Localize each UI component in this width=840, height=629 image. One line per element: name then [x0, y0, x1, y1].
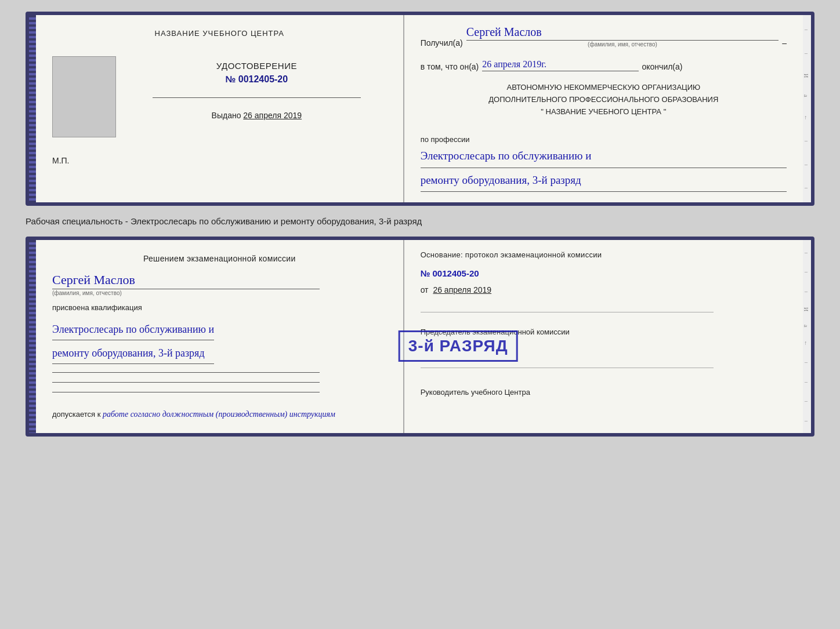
name-sub-label: (фамилия, имя, отчество): [466, 41, 779, 48]
dash-symbol: –: [782, 38, 787, 48]
document-number-top: № 0012405-20: [225, 74, 288, 85]
vtom-row: в том, что он(а) 26 апреля 2019г. окончи…: [421, 59, 787, 71]
recipient-name-cursive: Сергей Маслов: [466, 26, 779, 41]
predsedatel-block: Председатель экзаменационной комиссии: [421, 326, 787, 338]
org-line1: АВТОНОМНУЮ НЕКОММЕРЧЕСКУЮ ОРГАНИЗАЦИЮ: [421, 82, 787, 94]
org-block: АВТОНОМНУЮ НЕКОММЕРЧЕСКУЮ ОРГАНИЗАЦИЮ ДО…: [421, 82, 787, 118]
osnov-title: Основание: протокол экзаменационной коми…: [421, 250, 787, 259]
mp-label: М.П.: [52, 156, 70, 165]
dopuskaetsya-cursive: работе согласно должностным (производств…: [103, 410, 335, 419]
prisvoena-label: присвоена квалификация: [52, 303, 142, 312]
bottom-right-edge: – – – И а ← – – – –: [803, 240, 811, 433]
bottom-document-card: Решением экзаменационной комиссии Сергей…: [26, 237, 814, 437]
rukovoditel-block: Руководитель учебного Центра: [421, 387, 787, 398]
profession-line1-cursive: Электрослесарь по обслуживанию и: [421, 146, 787, 168]
spacer: [421, 342, 787, 359]
right-edge-dashes: – – И а ← – – –: [803, 15, 811, 202]
sig-line-predsedatel: [421, 312, 714, 312]
top-right-panel: Получил(а) Сергей Маслов (фамилия, имя, …: [404, 15, 803, 202]
profession-block: по профессии Электрослесарь по обслужива…: [421, 129, 787, 191]
doc-spine-bottom-left: [29, 240, 36, 433]
bottom-right-panel: Основание: протокол экзаменационной коми…: [404, 240, 803, 433]
po-professii-label: по профессии: [421, 135, 787, 144]
rukovoditel-label: Руководитель учебного Центра: [421, 388, 530, 397]
ot-text-row: от 26 апреля 2019: [421, 285, 787, 294]
poluchil-row: Получил(а) Сергей Маслов (фамилия, имя, …: [421, 26, 787, 48]
ot-date: 26 апреля 2019: [433, 285, 491, 294]
predsedatel-label: Председатель экзаменационной комиссии: [421, 328, 570, 336]
org-line3: " НАЗВАНИЕ УЧЕБНОГО ЦЕНТРА ": [421, 106, 787, 118]
date-cursive: 26 апреля 2019г.: [482, 59, 638, 71]
photo-placeholder: [52, 56, 116, 137]
bottom-profession-block: Электрослесарь по обслуживанию и ремонту…: [52, 317, 214, 364]
top-left-panel: НАЗВАНИЕ УЧЕБНОГО ЦЕНТРА УДОСТОВЕРЕНИЕ №…: [36, 15, 404, 202]
vydano-row: Выдано 26 апреля 2019: [212, 111, 302, 120]
bottom-prof-line1: Электрослесарь по обслуживанию и: [52, 319, 214, 340]
doc-spine-left: [29, 15, 36, 202]
komissia-title: Решением экзаменационной комиссии: [52, 254, 387, 263]
vydano-label: Выдано: [212, 111, 241, 120]
ot-label: от: [421, 285, 429, 294]
vydano-date: 26 апреля 2019: [243, 111, 302, 120]
bottom-name-sub: (фамилия, имя, отчество): [52, 290, 320, 296]
name-block-bottom: Сергей Маслов (фамилия, имя, отчество): [52, 272, 320, 296]
dopuskaetsya-label: допускается к: [52, 410, 100, 419]
sig-line-rukovoditel: [421, 368, 714, 368]
dopuskaetsya-block: допускается к работе согласно должностны…: [52, 410, 335, 419]
poluchil-label: Получил(а): [421, 38, 463, 48]
bottom-name-cursive: Сергей Маслов: [52, 272, 320, 289]
bottom-prof-line2: ремонту оборудования, 3-й разряд: [52, 343, 214, 364]
vtom-label: в том, что он(а): [421, 62, 479, 71]
section-specialty-label: Рабочая специальность - Электрослесарь п…: [26, 216, 814, 226]
signature-line: [153, 97, 361, 98]
okonchil-label: окончил(а): [642, 62, 683, 71]
top-document-card: НАЗВАНИЕ УЧЕБНОГО ЦЕНТРА УДОСТОВЕРЕНИЕ №…: [26, 12, 814, 206]
training-center-title: НАЗВАНИЕ УЧЕБНОГО ЦЕНТРА: [155, 29, 284, 38]
bottom-number-blue: № 0012405-20: [421, 268, 787, 278]
bottom-left-panel: Решением экзаменационной комиссии Сергей…: [36, 240, 404, 433]
profession-line2-cursive: ремонту оборудования, 3-й разряд: [421, 170, 787, 192]
udostoverenie-label: УДОСТОВЕРЕНИЕ: [216, 61, 297, 71]
org-line2: ДОПОЛНИТЕЛЬНОГО ПРОФЕССИОНАЛЬНОГО ОБРАЗО…: [421, 94, 787, 106]
